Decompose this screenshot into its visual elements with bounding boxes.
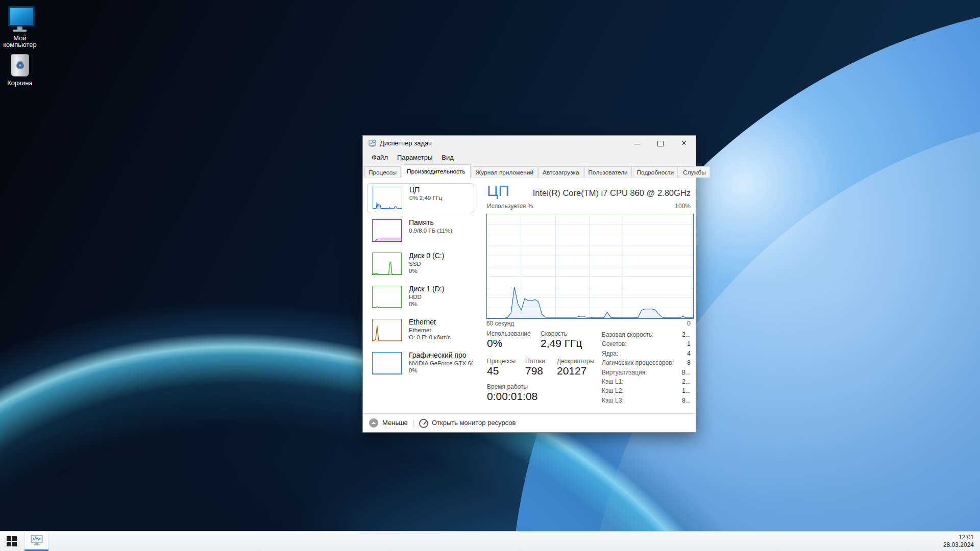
detail-cores: Ядра:4 <box>602 350 691 359</box>
usage-axis-max: 100% <box>675 203 691 210</box>
stat-threads-value: 798 <box>525 365 543 377</box>
tab-details[interactable]: Подробности <box>633 166 678 178</box>
footer-separator: | <box>413 414 415 432</box>
detail-value: 1... <box>682 387 691 394</box>
sidebar-item-text: Память0,9/8,0 ГБ (11%) <box>409 218 473 234</box>
detail-label: Ядра: <box>602 350 618 357</box>
sidebar-item-text: Диск 0 (C:)SSD0% <box>409 251 473 274</box>
sidebar-item-title: Ethernet <box>409 317 473 327</box>
menu-view[interactable]: Вид <box>437 151 458 164</box>
start-button[interactable] <box>0 532 23 551</box>
window-title: Диспетчер задач <box>380 136 432 151</box>
detail-base-speed: Базовая скорость:2... <box>602 331 691 340</box>
sidebar-item-sub: О: 0 П: 0 кбит/с <box>409 334 473 341</box>
tab-services[interactable]: Службы <box>679 166 710 178</box>
sidebar-item-memory[interactable]: Память0,9/8,0 ГБ (11%) <box>367 216 473 245</box>
sidebar-item-sub: HDD <box>409 293 473 300</box>
detail-value: 2... <box>682 331 691 338</box>
stat-processes-label: Процессы <box>487 358 516 365</box>
cpu-chart-svg <box>487 214 693 318</box>
sidebar-item-sub: SSD <box>409 260 473 267</box>
task-manager-taskbar-icon <box>30 535 43 547</box>
stat-uptime-label: Время работы <box>487 383 528 390</box>
detail-l1-cache: Кэш L1:2... <box>602 378 691 387</box>
fewer-details-button[interactable] <box>369 418 378 428</box>
task-manager-window: Диспетчер задач ✕ ФайлПараметрыВид Проце… <box>362 135 696 433</box>
sidebar-item-text: Графический проNVIDIA GeForce GTX 6600% <box>409 350 473 374</box>
tab-app-history[interactable]: Журнал приложений <box>472 166 537 178</box>
mini-chart <box>372 219 402 242</box>
sidebar-item-disk1[interactable]: Диск 1 (D:)HDD0% <box>367 283 473 312</box>
detail-label: Базовая скорость: <box>602 331 654 338</box>
clock-time: 12:01 <box>943 534 974 541</box>
stat-threads-label: Потоки <box>525 358 545 365</box>
detail-value: 1 <box>687 340 691 347</box>
detail-label: Кэш L2: <box>602 387 624 394</box>
detail-logical-processors: Логических процессоров:8 <box>602 359 691 368</box>
resource-monitor-icon <box>419 419 428 428</box>
stat-speed-label: Скорость <box>541 330 567 337</box>
mini-chart <box>373 187 402 209</box>
detail-value: 8... <box>682 397 691 404</box>
menu-bar: ФайлПараметрыВид <box>363 151 696 164</box>
sidebar-item-sub: 0,9/8,0 ГБ (11%) <box>409 227 473 234</box>
menu-file[interactable]: Файл <box>367 151 393 164</box>
detail-label: Логических процессоров: <box>602 359 674 366</box>
sidebar-item-cpu[interactable]: ЦП0% 2,49 ГГц <box>367 183 474 213</box>
sidebar-item-sub: 0% <box>409 367 473 374</box>
detail-l2-cache: Кэш L2:1... <box>602 387 691 396</box>
detail-label: Кэш L3: <box>602 397 624 404</box>
maximize-button[interactable] <box>649 136 672 151</box>
close-icon: ✕ <box>672 136 696 151</box>
detail-label: Кэш L1: <box>602 378 624 385</box>
open-resource-monitor-link[interactable]: Открыть монитор ресурсов <box>432 414 516 432</box>
taskbar-clock[interactable]: 12:01 28.03.2024 <box>943 534 974 549</box>
stat-utilization-label: Использование <box>487 330 531 337</box>
detail-sockets: Сокетов:1 <box>602 340 691 349</box>
tab-processes[interactable]: Процессы <box>364 166 401 178</box>
stat-processes-value: 45 <box>487 365 499 377</box>
tab-startup[interactable]: Автозагрузка <box>538 166 583 178</box>
sidebar-item-ethernet[interactable]: EthernetEthernetО: 0 П: 0 кбит/с <box>367 316 473 345</box>
sidebar-item-sub: 0% <box>409 300 473 308</box>
cpu-utilization-chart[interactable] <box>486 214 694 319</box>
desktop-icon-recycle-bin[interactable]: ♻ Корзина <box>0 54 40 86</box>
clock-date: 28.03.2024 <box>943 541 974 549</box>
sidebar-item-gpu[interactable]: Графический проNVIDIA GeForce GTX 6600% <box>367 349 473 378</box>
performance-page: ЦП0% 2,49 ГГцПамять0,9/8,0 ГБ (11%)Диск … <box>363 178 696 432</box>
sidebar-item-text: Диск 1 (D:)HDD0% <box>409 284 473 308</box>
sidebar-item-title: ЦП <box>409 185 474 194</box>
stat-speed-value: 2,49 ГГц <box>541 337 582 349</box>
performance-sidebar: ЦП0% 2,49 ГГцПамять0,9/8,0 ГБ (11%)Диск … <box>367 183 475 412</box>
detail-value: 8 <box>687 359 691 366</box>
fewer-details-label[interactable]: Меньше <box>382 414 408 432</box>
sidebar-item-disk0[interactable]: Диск 0 (C:)SSD0% <box>367 249 473 279</box>
stat-handles-label: Дескрипторы <box>557 358 594 365</box>
chevron-up-icon <box>372 421 376 424</box>
minimize-icon <box>634 144 640 144</box>
desktop-icon-my-computer[interactable]: Мой компьютер <box>0 6 40 48</box>
time-axis-left: 60 секунд <box>486 320 514 327</box>
detail-value: В... <box>681 369 691 376</box>
sidebar-item-sub: Ethernet <box>409 327 473 334</box>
tab-users[interactable]: Пользователи <box>584 166 632 178</box>
window-footer: Меньше | Открыть монитор ресурсов <box>363 413 696 432</box>
detail-value: 2... <box>682 378 691 385</box>
title-bar[interactable]: Диспетчер задач ✕ <box>363 136 696 151</box>
sidebar-item-title: Графический про <box>409 350 473 360</box>
usage-axis-label: Используется % <box>487 203 533 210</box>
taskbar-task-manager-button[interactable] <box>24 532 48 551</box>
detail-value: 4 <box>687 350 691 357</box>
detail-l3-cache: Кэш L3:8... <box>602 397 691 406</box>
menu-options[interactable]: Параметры <box>393 151 437 164</box>
my-computer-icon <box>8 6 32 32</box>
desktop-icon-label: Корзина <box>0 80 40 86</box>
stat-handles-value: 20127 <box>557 365 586 377</box>
cpu-heading: ЦП <box>487 182 509 199</box>
mini-chart <box>372 319 402 341</box>
minimize-button[interactable] <box>625 136 649 151</box>
mini-chart <box>372 286 402 308</box>
close-button[interactable]: ✕ <box>672 136 696 151</box>
desktop-icon-label: Мой компьютер <box>0 35 40 48</box>
tab-performance[interactable]: Производительность <box>402 164 471 178</box>
